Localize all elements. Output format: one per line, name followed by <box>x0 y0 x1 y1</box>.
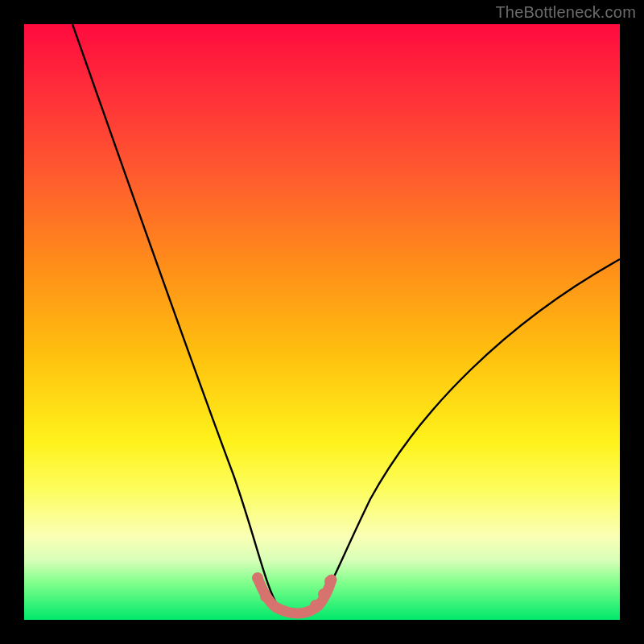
marker-dot <box>318 588 329 600</box>
marker-dot <box>310 600 321 611</box>
chart-frame <box>24 24 620 620</box>
marker-dot <box>252 572 263 584</box>
watermark-text: TheBottleneck.com <box>495 3 636 22</box>
marker-dot <box>324 576 336 587</box>
marker-dot <box>260 591 271 602</box>
bottleneck-curve-path <box>72 24 620 615</box>
chart-svg <box>24 24 620 620</box>
